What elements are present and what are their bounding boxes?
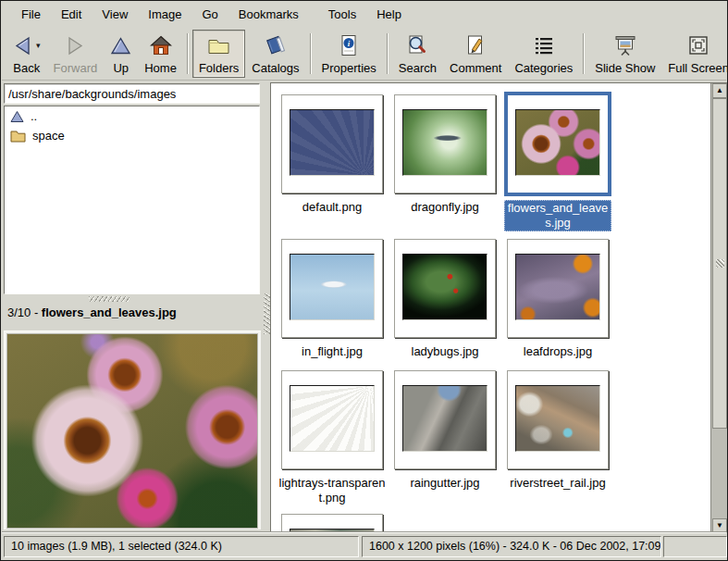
status-bar: 10 images (1.9 MB), 1 selected (324.0 K)…	[2, 531, 726, 559]
toolbar: ▾ Back Forward Up	[2, 27, 726, 81]
location-input[interactable]	[4, 83, 260, 104]
toolbar-separator	[310, 33, 312, 74]
thumbnail-item[interactable]: in_flight.jpg	[278, 239, 386, 359]
thumbnail-item-selected[interactable]: flowers_and_leaves.jpg	[504, 94, 611, 231]
thumbnail-label[interactable]: leafdrops.jpg	[504, 344, 611, 359]
thumbnail-image	[402, 109, 487, 176]
menu-file[interactable]: File	[11, 3, 51, 26]
home-button[interactable]: Home	[138, 30, 183, 78]
back-dropdown-icon[interactable]: ▾	[36, 42, 41, 50]
current-filename: flowers_and_leaves.jpg	[42, 305, 177, 319]
folder-icon	[207, 36, 230, 55]
categories-button[interactable]: Categories	[508, 30, 579, 78]
menu-image[interactable]: Image	[138, 3, 191, 26]
thumbnail-image	[515, 109, 600, 176]
toolbar-separator	[387, 33, 389, 74]
scrollbar-grip	[716, 259, 724, 268]
thumbnail-image	[402, 254, 487, 320]
status-image-details: 1600 x 1200 pixels (16%) - 324.0 K - 06 …	[362, 536, 661, 557]
search-icon	[406, 34, 428, 56]
scrollbar-thumb[interactable]	[712, 98, 727, 429]
info-document-icon: i	[338, 34, 360, 56]
gthumb-window: File Edit View Image Go Bookmarks Tools …	[0, 0, 728, 561]
status-images-summary: 10 images (1.9 MB), 1 selected (324.0 K)	[4, 536, 359, 557]
thumbnail-label[interactable]: flowers_and_leaves.jpg	[504, 200, 611, 231]
back-button[interactable]: ▾ Back	[6, 30, 47, 78]
thumbnail-image	[290, 254, 375, 320]
thumbnail-item[interactable]: default.png	[278, 94, 386, 215]
menu-go[interactable]: Go	[191, 3, 228, 26]
search-button[interactable]: Search	[392, 30, 443, 78]
thumbnail-pane: default.png dragonfly.jpg flowers_and_le…	[270, 82, 727, 532]
thumbnail-item-partial[interactable]	[278, 514, 386, 532]
thumbnail-item[interactable]: ladybugs.jpg	[391, 239, 499, 359]
comment-icon	[464, 34, 487, 56]
thumbnail-label[interactable]: in_flight.jpg	[278, 344, 386, 359]
forward-icon	[65, 36, 85, 56]
thumbnail-label[interactable]: dragonfly.jpg	[391, 200, 499, 215]
slideshow-icon	[613, 34, 637, 56]
folder-item-parent[interactable]: ..	[5, 106, 259, 126]
thumbnail-label[interactable]: ladybugs.jpg	[391, 344, 499, 359]
thumbnail-image	[515, 254, 600, 320]
folder-item-space[interactable]: space	[5, 126, 259, 145]
folders-button[interactable]: Folders	[192, 30, 245, 78]
scroll-up-icon[interactable]: ▲	[712, 83, 727, 98]
thumbnail-label[interactable]: riverstreet_rail.jpg	[504, 476, 611, 491]
slide-show-button[interactable]: Slide Show	[588, 30, 661, 78]
thumbnail-label[interactable]: lightrays-transparent.png	[278, 476, 386, 505]
thumbnail-item[interactable]: riverstreet_rail.jpg	[504, 370, 611, 491]
forward-button: Forward	[47, 30, 105, 78]
home-icon	[150, 35, 172, 56]
list-icon	[534, 35, 554, 56]
book-icon	[264, 34, 288, 56]
full-screen-button[interactable]: Full Screen	[661, 30, 728, 78]
splitter-grip[interactable]	[264, 293, 270, 334]
up-button[interactable]: Up	[104, 30, 138, 78]
thumbnail-item[interactable]: raingutter.jpg	[391, 370, 499, 491]
thumbnail-label[interactable]: default.png	[278, 200, 386, 215]
catalogs-button[interactable]: Catalogs	[245, 30, 305, 78]
properties-button[interactable]: i Properties	[315, 30, 383, 78]
horizontal-splitter[interactable]	[1, 296, 263, 302]
up-icon	[110, 36, 131, 56]
status-empty-panel	[663, 536, 727, 557]
vertical-splitter[interactable]	[264, 82, 270, 532]
scroll-down-icon[interactable]: ▼	[712, 518, 727, 532]
fullscreen-icon	[687, 34, 709, 56]
splitter-grip[interactable]	[89, 296, 130, 302]
comment-button[interactable]: Comment	[443, 30, 508, 78]
toolbar-separator	[187, 33, 189, 74]
thumbnail-image	[402, 385, 487, 452]
thumbnail-item[interactable]: dragonfly.jpg	[391, 94, 499, 215]
menu-help[interactable]: Help	[366, 3, 412, 26]
thumbnail-image	[515, 385, 600, 452]
folder-list: .. space	[4, 106, 260, 294]
thumbnail-label[interactable]: raingutter.jpg	[391, 476, 499, 491]
menu-view[interactable]: View	[92, 3, 138, 26]
image-counter-status: 3/10 - flowers_and_leaves.jpg	[7, 303, 261, 323]
up-folder-icon	[10, 110, 24, 123]
back-icon	[13, 36, 33, 56]
toolbar-separator	[583, 33, 585, 74]
preview-image	[6, 333, 258, 529]
thumbnail-image	[290, 385, 375, 452]
thumbnail-image	[290, 109, 375, 176]
menu-bookmarks[interactable]: Bookmarks	[228, 3, 309, 26]
preview-pane	[4, 330, 261, 530]
menu-tools[interactable]: Tools	[318, 3, 366, 26]
menu-bar: File Edit View Image Go Bookmarks Tools …	[2, 2, 726, 27]
thumbnail-scrollbar[interactable]: ▲ ▼	[710, 83, 727, 532]
thumbnail-item[interactable]: lightrays-transparent.png	[278, 370, 386, 505]
thumbnail-item[interactable]: leafdrops.jpg	[504, 239, 611, 359]
folder-icon	[10, 130, 26, 143]
menu-edit[interactable]: Edit	[51, 3, 92, 26]
